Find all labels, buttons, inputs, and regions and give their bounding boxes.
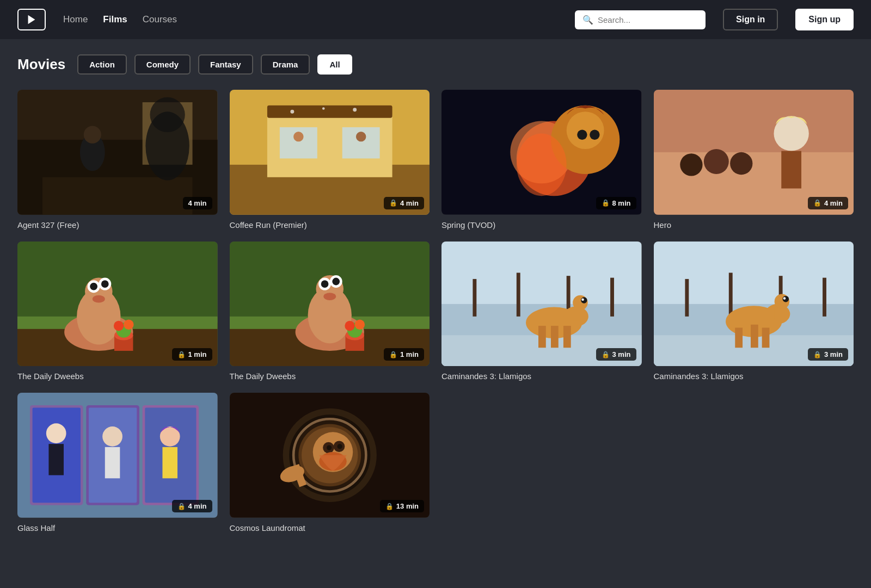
movie-thumb-daily-dweebs-1: 🔒1 min [17, 242, 218, 367]
lock-icon: 🔒 [813, 351, 821, 358]
duration-badge: 4 min [183, 197, 212, 209]
duration-text: 1 min [400, 350, 419, 358]
svg-rect-87 [685, 279, 689, 317]
section-title: Movies [17, 56, 65, 73]
movie-card-spring[interactable]: 🔒8 minSpring (TVOD) [441, 90, 642, 230]
search-bar: 🔍 [575, 10, 706, 29]
duration-badge: 🔒4 min [808, 197, 848, 209]
nav-links: Home Films Courses [63, 14, 177, 25]
duration-badge: 🔒3 min [808, 348, 848, 361]
signup-button[interactable]: Sign up [795, 9, 854, 30]
duration-text: 3 min [824, 350, 843, 358]
duration-badge: 🔒1 min [384, 348, 424, 361]
svg-point-32 [730, 152, 752, 175]
signin-button[interactable]: Sign in [723, 9, 778, 30]
movie-card-daily-dweebs-1[interactable]: 🔒1 minThe Daily Dweebs [17, 242, 218, 381]
navbar: Home Films Courses 🔍 Sign in Sign up [0, 0, 871, 39]
duration-text: 3 min [612, 350, 631, 358]
movie-title: The Daily Dweebs [230, 372, 430, 381]
duration-text: 13 min [396, 502, 419, 510]
movie-grid: 4 minAgent 327 (Free) 🔒4 minCoffee Run (… [17, 90, 854, 533]
svg-point-50 [124, 319, 133, 329]
lock-icon: 🔒 [602, 199, 610, 207]
svg-point-27 [517, 133, 567, 196]
movie-thumb-daily-dweebs-2: 🔒1 min [230, 242, 430, 367]
svg-rect-78 [563, 326, 571, 348]
lock-icon: 🔒 [813, 199, 821, 207]
movie-thumb-coffee-run: 🔒4 min [230, 90, 430, 215]
duration-badge: 🔒13 min [380, 500, 424, 512]
svg-rect-94 [762, 327, 769, 348]
svg-rect-71 [473, 279, 476, 317]
svg-point-67 [354, 319, 364, 329]
svg-point-19 [353, 108, 357, 112]
nav-courses[interactable]: Courses [143, 14, 177, 25]
duration-badge: 🔒1 min [172, 348, 212, 361]
search-icon: 🔍 [582, 15, 593, 25]
filter-row: Movies Action Comedy Fantasy Drama All [17, 54, 854, 75]
svg-point-15 [293, 132, 303, 141]
duration-text: 4 min [188, 502, 207, 510]
movie-title: Caminandes 3: Llamigos [441, 372, 642, 381]
svg-point-83 [581, 298, 584, 301]
filter-drama[interactable]: Drama [261, 54, 310, 75]
svg-point-25 [590, 130, 599, 140]
movie-card-cosmos-laundromat[interactable]: 🔒13 minCosmos Laundromat [230, 393, 430, 533]
svg-rect-34 [781, 151, 801, 189]
svg-point-123 [327, 445, 332, 450]
lock-icon: 🔒 [389, 199, 397, 207]
svg-marker-0 [28, 15, 35, 24]
filter-fantasy[interactable]: Fantasy [198, 54, 253, 75]
svg-point-18 [322, 107, 324, 110]
svg-rect-62 [322, 301, 337, 313]
movie-card-caminandes-1[interactable]: 🔒3 minCaminandes 3: Llamigos [441, 242, 642, 381]
svg-rect-12 [267, 106, 392, 118]
movie-title: Glass Half [17, 523, 218, 533]
movie-title: Coffee Run (Premier) [230, 220, 430, 230]
movie-thumb-agent-327: 4 min [17, 90, 218, 215]
movie-title: Cosmos Laundromat [230, 523, 430, 533]
svg-point-30 [680, 153, 702, 176]
svg-point-44 [101, 280, 109, 288]
svg-rect-76 [538, 326, 546, 348]
svg-point-66 [345, 321, 354, 331]
svg-rect-72 [517, 273, 520, 316]
filter-action[interactable]: Action [77, 54, 127, 75]
svg-point-61 [323, 293, 336, 300]
movie-thumb-cosmos-laundromat: 🔒13 min [230, 393, 430, 518]
movie-card-caminandes-2[interactable]: 🔒3 minCaminandes 3: Llamigos [654, 242, 854, 381]
svg-point-45 [93, 295, 105, 302]
movie-card-hero[interactable]: 🔒4 minHero [654, 90, 854, 230]
svg-rect-77 [551, 326, 559, 348]
nav-films[interactable]: Films [103, 14, 127, 25]
duration-badge: 🔒8 min [596, 197, 636, 209]
lock-icon: 🔒 [389, 351, 397, 358]
svg-point-42 [90, 282, 97, 290]
movie-card-glass-half[interactable]: 🔒4 minGlass Half [17, 393, 218, 533]
movie-thumb-caminandes-1: 🔒3 min [441, 242, 642, 367]
movie-thumb-glass-half: 🔒4 min [17, 393, 218, 518]
lock-icon: 🔒 [177, 503, 186, 510]
movie-card-agent-327[interactable]: 4 minAgent 327 (Free) [17, 90, 218, 230]
duration-text: 8 min [612, 199, 631, 207]
logo-button[interactable] [17, 9, 46, 30]
svg-point-6 [84, 126, 101, 144]
filter-all[interactable]: All [317, 54, 352, 75]
movie-title: Caminandes 3: Llamigos [654, 372, 854, 381]
movie-card-daily-dweebs-2[interactable]: 🔒1 minThe Daily Dweebs [230, 242, 430, 381]
svg-point-31 [703, 149, 728, 174]
movie-card-coffee-run[interactable]: 🔒4 minCoffee Run (Premier) [230, 90, 430, 230]
nav-home[interactable]: Home [63, 14, 88, 25]
movie-thumb-caminandes-2: 🔒3 min [654, 242, 854, 367]
svg-rect-110 [105, 447, 120, 478]
svg-rect-74 [610, 277, 614, 316]
lock-icon: 🔒 [177, 351, 186, 358]
search-input[interactable] [598, 15, 698, 24]
svg-point-60 [332, 277, 340, 285]
svg-point-16 [355, 132, 365, 141]
duration-badge: 🔒3 min [596, 348, 636, 361]
duration-badge: 🔒4 min [384, 197, 424, 209]
movie-thumb-hero: 🔒4 min [654, 90, 854, 215]
svg-point-58 [321, 280, 328, 288]
filter-comedy[interactable]: Comedy [134, 54, 191, 75]
